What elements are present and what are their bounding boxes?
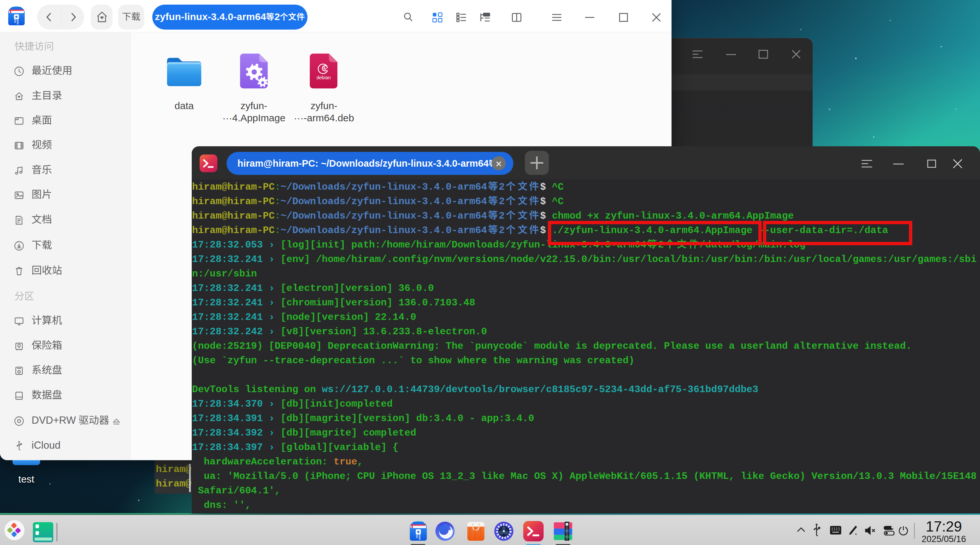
svg-text:debian: debian xyxy=(317,75,331,80)
